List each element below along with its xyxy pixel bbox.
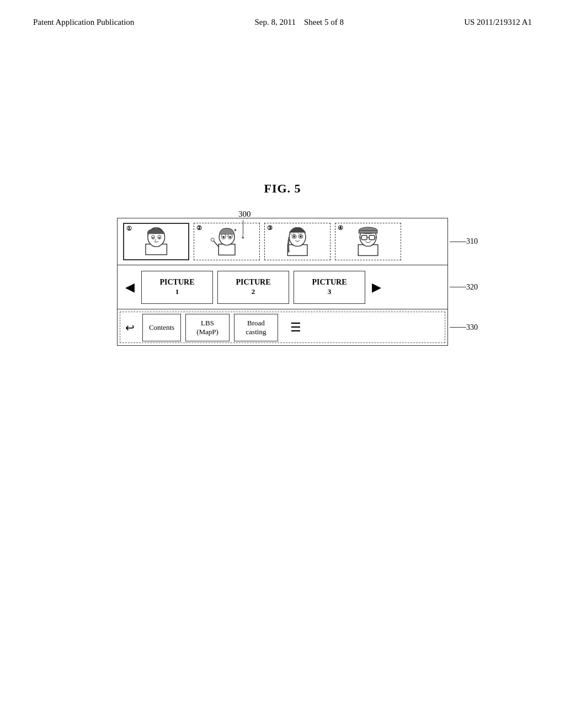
svg-point-10 (222, 236, 225, 238)
pictures-row: ◀ PICTURE 1 PICTURE 2 PICTURE 3 ▶ 320 (118, 265, 447, 309)
header-left: Patent Application Publication (33, 18, 134, 27)
contents-label: Contents (149, 323, 174, 332)
svg-point-11 (229, 236, 231, 238)
svg-point-4 (152, 237, 154, 239)
svg-point-5 (158, 237, 160, 239)
svg-point-20 (300, 235, 302, 238)
main-device-box: ① (117, 218, 448, 346)
avatar-1[interactable]: ① (123, 223, 189, 260)
back-icon[interactable]: ↩ (122, 314, 138, 341)
avatar-2-image: ✦ (198, 225, 256, 258)
avatar-4[interactable]: ④ (335, 223, 401, 260)
picture-2-label: PICTURE (236, 278, 270, 287)
avatar-3-image (268, 225, 327, 258)
svg-rect-6 (218, 244, 235, 255)
avatar-3[interactable]: ③ (264, 223, 331, 260)
avatar-row: ① (118, 218, 447, 265)
picture-3-label: PICTURE (312, 278, 347, 287)
ref-300-label: 300 (238, 210, 251, 219)
svg-point-14 (211, 238, 214, 242)
broadcasting-label: Broadcasting (246, 319, 266, 336)
ref-320: 320 (450, 283, 478, 292)
ref-320-line (450, 287, 466, 287)
nav-left-arrow[interactable]: ◀ (123, 280, 137, 295)
page-header: Patent Application Publication Sep. 8, 2… (0, 0, 565, 27)
svg-rect-28 (359, 231, 377, 233)
avatar-2[interactable]: ② ✦ (194, 223, 260, 260)
diagram-container: 300 ↘ ① (95, 218, 470, 346)
ref-330-line (450, 327, 466, 328)
ref-310-line (450, 242, 466, 242)
ref-310-label: 310 (466, 237, 478, 246)
header-center: Sep. 8, 2011 Sheet 5 of 8 (254, 18, 344, 27)
picture-2-num: 2 (252, 287, 255, 296)
header-sheet: Sheet 5 of 8 (304, 18, 344, 26)
avatar-1-image (127, 226, 185, 258)
header-date: Sep. 8, 2011 (254, 18, 295, 26)
menu-lines: ☰ (290, 320, 301, 335)
picture-3-box: PICTURE 3 (294, 271, 365, 304)
lbs-label: LBS(MapP) (196, 319, 218, 336)
picture-2-box: PICTURE 2 (217, 271, 289, 304)
avatar-4-num: ④ (338, 224, 343, 232)
picture-1-box: PICTURE 1 (141, 271, 213, 304)
avatar-4-image (339, 225, 397, 258)
header-right: US 2011/219312 A1 (464, 18, 532, 27)
avatar-2-num: ② (196, 224, 202, 232)
menu-icon[interactable]: ☰ (287, 314, 305, 341)
broadcasting-button[interactable]: Broadcasting (234, 314, 278, 341)
figure-label: FIG. 5 (0, 181, 565, 196)
avatar-1-num: ① (126, 225, 132, 232)
lbs-button[interactable]: LBS(MapP) (185, 314, 230, 341)
avatar-3-num: ③ (267, 224, 273, 232)
ref-320-label: 320 (466, 283, 478, 292)
picture-3-num: 3 (328, 287, 332, 296)
contents-button[interactable]: Contents (142, 314, 181, 341)
ref-330-label: 330 (466, 323, 478, 332)
svg-text:✦: ✦ (233, 228, 237, 233)
svg-point-19 (293, 235, 295, 238)
ref-330: 330 (450, 323, 478, 332)
picture-1-num: 1 (175, 287, 179, 296)
nav-right-arrow[interactable]: ▶ (370, 280, 383, 295)
svg-line-13 (213, 240, 218, 247)
toolbar-row: ↩ Contents LBS(MapP) Broadcasting ☰ 330 (118, 309, 447, 345)
picture-1-label: PICTURE (159, 278, 194, 287)
ref-310: 310 (450, 237, 478, 246)
